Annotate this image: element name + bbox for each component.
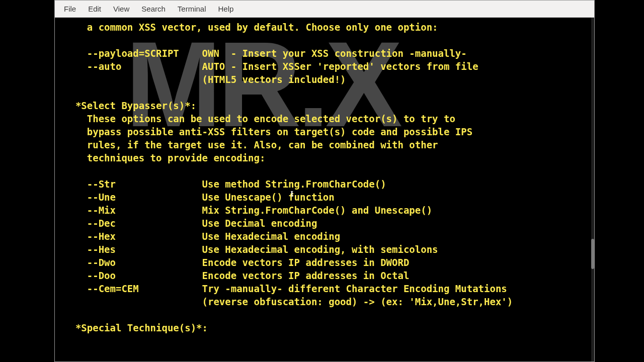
menu-help[interactable]: Help: [212, 3, 240, 15]
scrollbar-thumb[interactable]: [591, 239, 594, 269]
menu-view[interactable]: View: [107, 3, 135, 15]
terminal-output: a common XSS vector, used by default. Ch…: [64, 21, 588, 334]
menubar: File Edit View Search Terminal Help: [55, 1, 594, 18]
menu-file[interactable]: File: [58, 3, 82, 15]
menu-edit[interactable]: Edit: [82, 3, 107, 15]
text-cursor-icon: [290, 188, 295, 197]
terminal-window: File Edit View Search Terminal Help MR.X…: [54, 0, 595, 362]
menu-search[interactable]: Search: [135, 3, 172, 15]
scrollbar[interactable]: [591, 18, 594, 361]
menu-terminal[interactable]: Terminal: [172, 3, 212, 15]
terminal-viewport[interactable]: MR.X a common XSS vector, used by defaul…: [55, 18, 594, 361]
